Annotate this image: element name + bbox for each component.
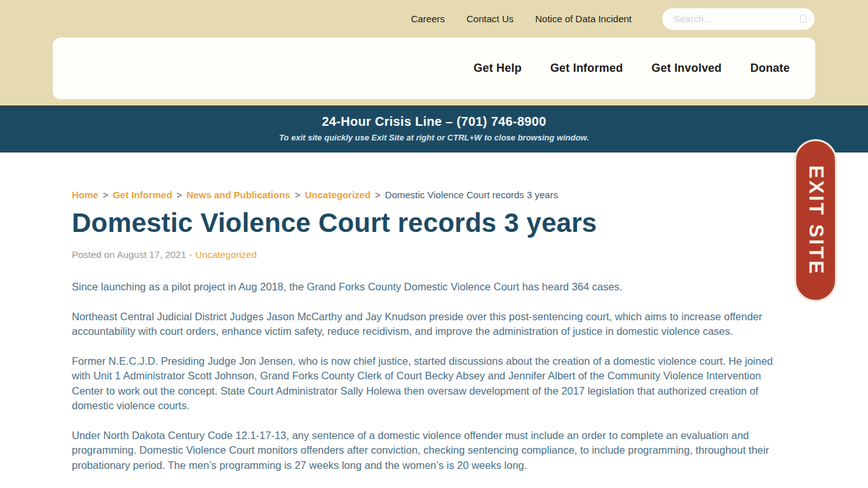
breadcrumb: Home>Get Informed>News and Publications>…	[72, 189, 796, 200]
toplink-careers[interactable]: Careers	[411, 13, 445, 24]
search-box[interactable]	[662, 8, 815, 30]
page-title: Domestic Violence Court records 3 years	[72, 208, 796, 238]
nav-get-informed[interactable]: Get Informed	[550, 62, 623, 75]
crisis-line-text: 24-Hour Crisis Line – (701) 746-8900	[0, 114, 868, 129]
search-icon[interactable]	[800, 15, 806, 23]
toplink-contact-us[interactable]: Contact Us	[466, 13, 513, 24]
site-header: Get Help Get Informed Get Involved Donat…	[53, 37, 815, 99]
paragraph: Under North Dakota Century Code 12.1-17-…	[72, 428, 793, 473]
breadcrumb-separator: >	[295, 189, 301, 200]
paragraph: Northeast Central Judicial District Judg…	[72, 309, 793, 339]
breadcrumb-news-and-publications[interactable]: News and Publications	[187, 189, 290, 200]
breadcrumb-separator: >	[177, 189, 182, 200]
breadcrumb-separator: >	[375, 189, 381, 200]
article-content: Home>Get Informed>News and Publications>…	[72, 152, 796, 473]
article-body: Since launching as a pilot project in Au…	[72, 280, 793, 473]
breadcrumb-separator: >	[103, 189, 109, 200]
exit-site-button[interactable]: EXIT SITE	[794, 139, 837, 302]
toplink-notice-of-data-incident[interactable]: Notice of Data Incident	[535, 13, 632, 24]
crisis-banner: 24-Hour Crisis Line – (701) 746-8900 To …	[0, 105, 868, 152]
search-input[interactable]	[674, 13, 800, 24]
category-link-uncategorized[interactable]: Uncategorized	[195, 249, 257, 260]
crisis-exit-instructions: To exit site quickly use Exit Site at ri…	[0, 133, 868, 142]
breadcrumb-current: Domestic Violence Court records 3 years	[385, 189, 558, 200]
paragraph: Former N.E.C.J.D. Presiding Judge Jon Je…	[72, 354, 793, 414]
utility-nav: Careers Contact Us Notice of Data Incide…	[0, 0, 868, 37]
posted-meta: Posted on August 17, 2021 -Uncategorized	[72, 249, 796, 260]
nav-donate[interactable]: Donate	[750, 62, 790, 75]
breadcrumb-home[interactable]: Home	[72, 189, 98, 200]
exit-site-label: EXIT SITE	[804, 165, 827, 275]
breadcrumb-get-informed[interactable]: Get Informed	[112, 189, 172, 200]
nav-get-help[interactable]: Get Help	[473, 62, 522, 75]
posted-date: Posted on August 17, 2021 -	[72, 249, 192, 260]
breadcrumb-uncategorized[interactable]: Uncategorized	[305, 189, 370, 200]
nav-get-involved[interactable]: Get Involved	[651, 62, 721, 75]
top-region: Careers Contact Us Notice of Data Incide…	[0, 0, 868, 105]
logo-area	[65, 44, 307, 93]
paragraph: Since launching as a pilot project in Au…	[72, 280, 793, 295]
